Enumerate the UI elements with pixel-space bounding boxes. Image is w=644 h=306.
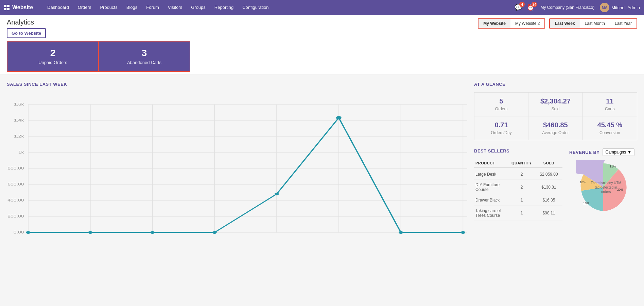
nav-blogs[interactable]: Blogs — [123, 0, 141, 15]
website-btn-1[interactable]: My Website — [478, 19, 510, 28]
svg-text:1.2k: 1.2k — [14, 134, 24, 138]
kpi-unpaid-orders-value: 2 — [14, 48, 91, 59]
glance-avg-order-label: Average Order — [534, 130, 577, 135]
nav-icons: 💬 4 ⏰ 24 — [515, 4, 534, 11]
nav-products[interactable]: Products — [97, 0, 121, 15]
best-sellers-row-0[interactable]: Large Desk 2 $2,059.00 — [474, 169, 562, 180]
glance-sold[interactable]: $2,304.27 Sold — [528, 93, 582, 116]
glance-orders[interactable]: 5 Orders — [474, 93, 528, 116]
avatar: MA — [600, 3, 609, 12]
glance-carts[interactable]: 11 Carts — [583, 93, 637, 116]
time-btn-month[interactable]: Last Month — [580, 19, 610, 28]
svg-point-26 — [26, 231, 31, 234]
kpi-abandoned-carts-label: Abandoned Carts — [106, 60, 183, 65]
username: Mitchell Admin — [611, 5, 640, 10]
kpi-unpaid-orders[interactable]: 2 Unpaid Orders — [7, 42, 99, 71]
nav-dashboard[interactable]: Dashboard — [44, 0, 72, 15]
glance-sold-label: Sold — [534, 107, 577, 111]
chart-container: 0.00 200.00 400.00 600.00 800.00 1k 1.2k… — [7, 92, 467, 235]
sales-chart: 0.00 200.00 400.00 600.00 800.00 1k 1.2k… — [7, 92, 467, 235]
time-selector: Last Week Last Month Last Year — [549, 18, 637, 29]
best-sellers-title: BEST SELLERS — [474, 148, 562, 154]
app-grid-icon — [4, 5, 10, 10]
glance-conversion-value: 45.45 % — [588, 121, 631, 129]
best-sellers: BEST SELLERS PRODUCT QUANTITY SOLD Large… — [474, 148, 562, 221]
glance-orders-label: Orders — [480, 107, 523, 111]
revenue-by-dropdown[interactable]: Campaigns ▼ — [603, 148, 635, 156]
glance-avg-order[interactable]: $460.85 Average Order — [528, 116, 582, 140]
right-section: AT A GLANCE 5 Orders $2,304.27 Sold 11 C… — [474, 82, 637, 235]
nav-reporting[interactable]: Reporting — [211, 0, 237, 15]
svg-text:1.6k: 1.6k — [14, 102, 24, 106]
header-right: My Website My Website 2 Last Week Last M… — [478, 18, 637, 29]
chart-section: SALES SINCE LAST WEEK 0.00 200.00 400.00… — [7, 82, 467, 235]
product-sold-2: $16.35 — [535, 198, 562, 203]
best-sellers-header: PRODUCT QUANTITY SOLD — [474, 159, 562, 168]
svg-text:11%: 11% — [610, 165, 616, 168]
product-name-3: Taking care of Trees Course — [474, 208, 508, 218]
svg-text:1k: 1k — [18, 150, 24, 154]
svg-point-27 — [88, 231, 92, 234]
page-header: Analytics Go to Website My Website My We… — [0, 15, 644, 75]
header-left: Analytics Go to Website — [7, 18, 46, 38]
user-menu[interactable]: MA Mitchell Admin — [600, 3, 640, 12]
best-sellers-row-3[interactable]: Taking care of Trees Course 1 $98.11 — [474, 206, 562, 221]
company-name: My Company (San Francisco) — [540, 5, 594, 10]
product-name-0: Large Desk — [474, 172, 508, 177]
at-a-glance-title: AT A GLANCE — [474, 82, 637, 87]
messages-icon-btn[interactable]: 💬 4 — [515, 4, 522, 11]
time-btn-year[interactable]: Last Year — [610, 19, 637, 28]
product-qty-3: 1 — [508, 211, 535, 215]
kpi-abandoned-carts-value: 3 — [106, 48, 183, 59]
go-to-website-button[interactable]: Go to Website — [7, 28, 46, 38]
product-name-2: Drawer Black — [474, 198, 508, 203]
nav-orders[interactable]: Orders — [74, 0, 95, 15]
revenue-pie-chart: 11% 20% 18% 10% There isn't any UTM tag … — [576, 160, 630, 214]
logo-area[interactable]: Website — [4, 4, 38, 11]
glance-orders-day[interactable]: 0.71 Orders/Day — [474, 116, 528, 140]
pie-tooltip: There isn't any UTM tag detected in orde… — [591, 181, 621, 194]
messages-badge: 4 — [519, 2, 525, 7]
product-qty-2: 1 — [508, 198, 535, 203]
product-sold-0: $2,059.00 — [535, 172, 562, 177]
time-btn-week[interactable]: Last Week — [550, 19, 580, 28]
svg-text:10%: 10% — [580, 180, 586, 184]
product-qty-1: 2 — [508, 185, 535, 190]
website-selector: My Website My Website 2 — [478, 18, 545, 29]
glance-conversion-label: Conversion — [588, 130, 631, 135]
svg-point-29 — [212, 231, 217, 234]
kpi-abandoned-carts[interactable]: 3 Abandoned Carts — [99, 42, 190, 71]
activities-icon-btn[interactable]: ⏰ 24 — [527, 4, 534, 11]
chevron-down-icon: ▼ — [627, 150, 631, 155]
main-content: SALES SINCE LAST WEEK 0.00 200.00 400.00… — [0, 75, 644, 242]
nav-configuration[interactable]: Configuration — [239, 0, 272, 15]
glance-conversion[interactable]: 45.45 % Conversion — [583, 116, 637, 140]
revenue-by-section: REVENUE BY Campaigns ▼ — [569, 148, 637, 221]
svg-text:200.00: 200.00 — [7, 214, 24, 218]
best-sellers-row-1[interactable]: DIY Furniture Course 2 $130.81 — [474, 180, 562, 195]
svg-point-30 — [275, 193, 279, 195]
col-quantity: QUANTITY — [508, 161, 535, 165]
nav-groups[interactable]: Groups — [188, 0, 209, 15]
product-qty-0: 2 — [508, 172, 535, 177]
glance-sold-value: $2,304.27 — [534, 97, 577, 105]
col-sold: SOLD — [535, 161, 562, 165]
at-a-glance-grid: 5 Orders $2,304.27 Sold 11 Carts 0.71 Or… — [474, 92, 637, 140]
site-name: Website — [12, 4, 33, 11]
svg-text:400.00: 400.00 — [7, 198, 24, 202]
kpi-bar: 2 Unpaid Orders 3 Abandoned Carts — [7, 41, 190, 72]
revenue-by-title: REVENUE BY — [569, 150, 600, 155]
svg-text:800.00: 800.00 — [7, 166, 24, 170]
svg-text:1.4k: 1.4k — [14, 118, 24, 122]
page-title: Analytics — [7, 18, 46, 26]
svg-point-31 — [336, 116, 342, 119]
nav-forum[interactable]: Forum — [143, 0, 162, 15]
col-product: PRODUCT — [474, 161, 508, 165]
revenue-by-header: REVENUE BY Campaigns ▼ — [569, 148, 637, 156]
nav-visitors[interactable]: Visitors — [164, 0, 186, 15]
svg-point-33 — [461, 231, 465, 234]
revenue-dropdown-label: Campaigns — [606, 150, 626, 155]
best-sellers-row-2[interactable]: Drawer Black 1 $16.35 — [474, 195, 562, 206]
website-btn-2[interactable]: My Website 2 — [510, 19, 544, 28]
svg-point-28 — [150, 231, 155, 234]
